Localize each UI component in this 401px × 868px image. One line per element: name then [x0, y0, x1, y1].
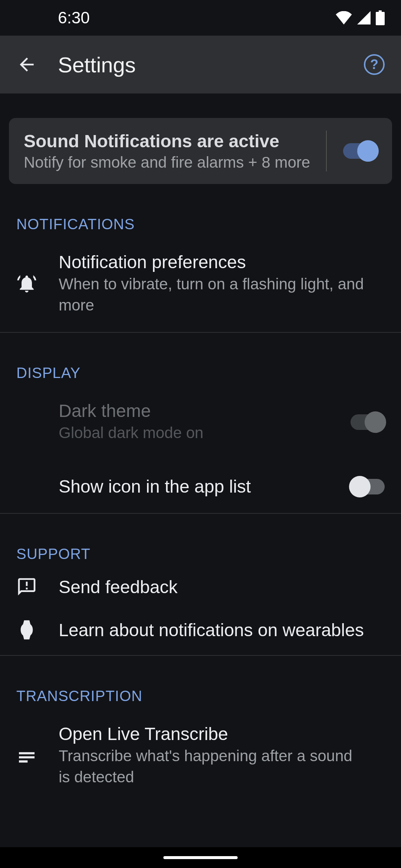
wearables-row[interactable]: Learn about notifications on wearables [0, 608, 401, 655]
wifi-icon [336, 11, 352, 24]
row-title: Open Live Transcribe [59, 724, 385, 744]
bell-alert-icon [16, 273, 37, 294]
row-title: Learn about notifications on wearables [59, 620, 385, 640]
help-icon[interactable]: ? [364, 54, 385, 75]
section-header-display: DISPLAY [0, 333, 401, 384]
sound-notifications-toggle[interactable] [343, 143, 377, 159]
cell-signal-icon [357, 11, 371, 24]
sound-notifications-banner[interactable]: Sound Notifications are active Notify fo… [9, 118, 392, 184]
banner-subtitle: Notify for smoke and fire alarms + 8 mor… [24, 154, 319, 171]
dark-theme-toggle [351, 414, 385, 430]
notification-preferences-row[interactable]: Notification preferences When to vibrate… [0, 236, 401, 332]
send-feedback-row[interactable]: Send feedback [0, 565, 401, 608]
back-icon[interactable] [16, 54, 37, 75]
row-title: Notification preferences [59, 252, 385, 272]
watch-icon [16, 619, 37, 640]
status-icons [336, 10, 385, 25]
transcript-icon [16, 745, 37, 766]
battery-icon [376, 10, 385, 25]
row-subtitle: Transcribe what's happening after a soun… [59, 746, 385, 788]
section-header-support: SUPPORT [0, 514, 401, 565]
status-time: 6:30 [58, 9, 90, 27]
row-title: Send feedback [59, 577, 385, 597]
banner-title: Sound Notifications are active [24, 131, 319, 151]
app-bar: Settings ? [0, 36, 401, 93]
section-header-transcription: TRANSCRIPTION [0, 656, 401, 707]
feedback-icon [16, 576, 37, 597]
svg-rect-0 [376, 12, 385, 25]
nav-bar [0, 847, 401, 868]
svg-rect-1 [379, 10, 382, 13]
status-bar: 6:30 [0, 0, 401, 36]
live-transcribe-row[interactable]: Open Live Transcribe Transcribe what's h… [0, 707, 401, 804]
home-indicator[interactable] [163, 856, 238, 859]
page-title: Settings [58, 52, 343, 77]
row-subtitle: Global dark mode on [59, 423, 329, 444]
show-icon-toggle[interactable] [351, 479, 385, 494]
banner-divider [326, 131, 327, 171]
section-header-notifications: NOTIFICATIONS [0, 184, 401, 236]
row-title: Show icon in the app list [59, 476, 329, 497]
row-subtitle: When to vibrate, turn on a flashing ligh… [59, 274, 385, 316]
show-icon-row[interactable]: Show icon in the app list [0, 460, 401, 513]
dark-theme-row: Dark theme Global dark mode on [0, 384, 401, 460]
row-title: Dark theme [59, 401, 329, 421]
